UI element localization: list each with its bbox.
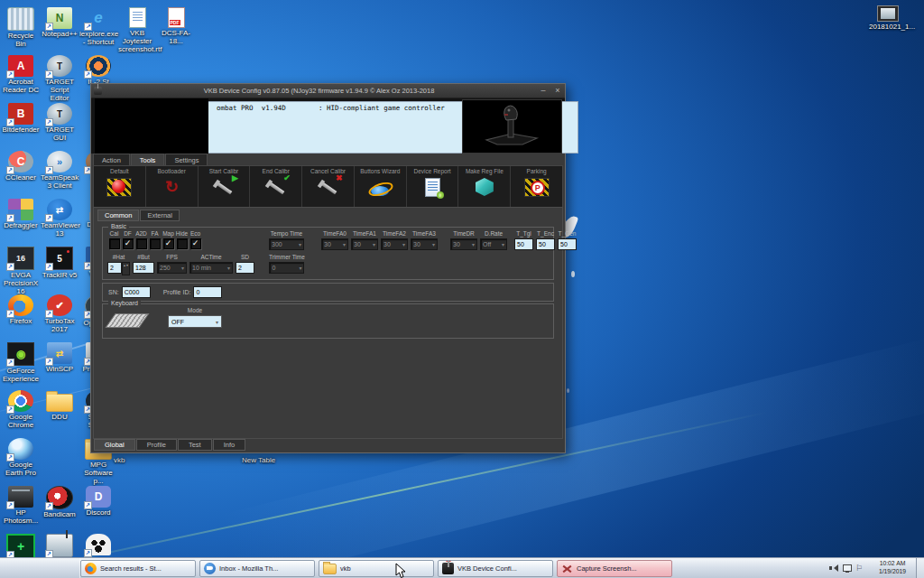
desktop-icon-turbotax-2017[interactable]: ✔↗TurboTax 2017	[41, 294, 79, 333]
desktop-icon-trackir-v5[interactable]: 5↗TrackIR v5	[41, 247, 79, 279]
desktop-icon-label[interactable]: vkb	[114, 456, 125, 464]
checkbox-cal[interactable]	[109, 238, 120, 249]
input-sn[interactable]: C000	[122, 286, 151, 298]
taskbar-button-inbox-mozilla-th[interactable]: Inbox - Mozilla Th...	[199, 560, 315, 577]
window-titlebar[interactable]: VKB Device Config v0.87.05 (NJoy32 firmw…	[91, 84, 565, 98]
desktop-icon-defraggler[interactable]: ↗Defraggler	[2, 199, 40, 229]
taskbar-button-capture-screensh[interactable]: Capture Screensh...	[557, 560, 672, 577]
mouse-cursor	[395, 563, 407, 578]
select-actime[interactable]: 10 min	[189, 262, 233, 274]
desktop-icon-ccleaner[interactable]: C↗CCleaner	[2, 151, 40, 182]
show-desktop-button[interactable]	[916, 558, 924, 578]
desktop-icon-dcs-fa-18[interactable]: DCS-FA-18...	[157, 7, 195, 45]
toolbar-button-buttons-wizard[interactable]: Buttons Wizard	[355, 166, 407, 207]
taskbar-button-vkb-device-confi[interactable]: VKB Device Confi...	[438, 560, 553, 577]
toolbar-button-parking[interactable]: Parking	[511, 166, 562, 207]
shortcut-arrow-icon: ↗	[6, 263, 14, 271]
desktop-icon-il-2-st[interactable]: ↗IL-2 St	[79, 55, 117, 86]
taskbar-button-vkb[interactable]: vkb	[319, 560, 434, 577]
desktop-icon-label[interactable]: New Table	[242, 456, 275, 464]
joystick-image	[481, 103, 544, 150]
desktop-icon-notepad[interactable]: N↗Notepad++	[41, 7, 79, 38]
checkbox-hide[interactable]	[177, 238, 188, 249]
desktop-icon-ic-greenx[interactable]: +↗	[2, 534, 40, 558]
select-timefa1[interactable]: 30	[351, 238, 378, 250]
volume-icon[interactable]	[828, 563, 839, 573]
desktop-icon-evga-precisionx-16[interactable]: 16↗EVGA PrecisionX 16	[2, 247, 40, 296]
input-but[interactable]: 128	[133, 262, 154, 274]
select-tempo-time[interactable]: 300	[269, 238, 304, 250]
input-t-tgl[interactable]: 50	[514, 238, 533, 250]
bottom-tab-global[interactable]: Global	[94, 439, 135, 451]
wallpaper-dot	[571, 271, 575, 277]
toolbar-button-make-reg-file[interactable]: Make Reg File	[458, 166, 511, 207]
tab-tools[interactable]: Tools	[131, 154, 165, 165]
desktop-icon-iexplore-exe-shortcut[interactable]: e↗iexplore.exe - Shortcut	[79, 7, 117, 46]
desktop-icon-bitdefender[interactable]: B↗Bitdefender	[2, 103, 40, 134]
desktop-icon-vkb-joytester-screenshot-rtf[interactable]: VKB Joytester screenshot.rtf	[118, 7, 156, 54]
toolbar-button-bootloader[interactable]: Bootloader↻	[146, 166, 199, 207]
select-trimmer-time[interactable]: 0	[269, 262, 304, 274]
desktop-icon-ic-ghost[interactable]: ↗	[79, 534, 117, 555]
input-t-gen[interactable]: 50	[558, 238, 577, 250]
minimize-button[interactable]: –	[536, 85, 550, 97]
desktop-icon-geforce-experience[interactable]: ◉↗GeForce Experience	[2, 342, 40, 383]
desktop-icon-teamspeak-3-client[interactable]: »↗TeamSpeak 3 Client	[41, 151, 79, 190]
toolbar-button-cancel-calibr[interactable]: Cancel Calibr✖	[302, 166, 355, 207]
select-value: 30	[453, 241, 460, 247]
toolbar-button-end-calibr[interactable]: End Calibr✔	[250, 166, 302, 207]
desktop-icon-hp-photosm[interactable]: ↗HP Photosm...	[2, 486, 40, 525]
checkbox-a2d[interactable]	[136, 238, 147, 249]
select-value: 250	[160, 265, 171, 271]
close-button[interactable]: ×	[550, 85, 565, 97]
desktop-icon-teamviewer-13[interactable]: ⇄↗TeamViewer 13	[41, 199, 79, 238]
checkbox-eco[interactable]: ✓	[190, 238, 201, 249]
tray-clock[interactable]: 10:02 AM 1/19/2019	[872, 560, 913, 576]
select-fps[interactable]: 250	[157, 262, 187, 274]
action-center-flag-icon[interactable]: ⚐	[855, 563, 866, 573]
tab-action[interactable]: Action	[93, 154, 130, 165]
desktop-icon-ic-console[interactable]: ↗	[41, 534, 79, 557]
network-icon[interactable]	[842, 563, 853, 573]
desktop-icon-target-script-editor[interactable]: T↗TARGET Script Editor	[41, 55, 79, 103]
desktop-icon-recycle-bin[interactable]: Recycle Bin	[2, 7, 40, 48]
tab-settings[interactable]: Settings	[165, 154, 208, 165]
desktop-icon-20181021-1[interactable]: 20181021_1...	[869, 5, 907, 31]
toolbar-button-default[interactable]: Default	[94, 166, 146, 207]
bottom-tab-profile[interactable]: Profile	[136, 439, 177, 451]
desktop-icon-acrobat-reader-dc[interactable]: A↗Acrobat Reader DC	[2, 55, 40, 94]
keyboard-mode-select[interactable]: OFF	[168, 315, 222, 328]
desktop-icon-google-chrome[interactable]: ↗Google Chrome	[2, 390, 40, 429]
desktop-icon-firefox[interactable]: ↗Firefox	[2, 294, 40, 325]
spin-value[interactable]: 2	[107, 262, 122, 274]
spin-arrows-icon[interactable]: ▴ ▾	[122, 262, 130, 275]
select-timefa0[interactable]: 30	[321, 238, 348, 250]
select-timedr[interactable]: 30	[450, 238, 477, 250]
desktop-icon-winscp[interactable]: ⇄↗WinSCP	[41, 342, 79, 373]
input-t-enc[interactable]: 50	[536, 238, 555, 250]
bottom-tab-test[interactable]: Test	[178, 439, 212, 451]
bottom-tab-info[interactable]: Info	[213, 439, 246, 451]
checkbox-map[interactable]: ✓	[163, 238, 174, 249]
field-label: T_Enc	[537, 230, 554, 237]
desktop-icon-target-gui[interactable]: T↗TARGET GUI	[41, 103, 79, 142]
select-timefa3[interactable]: 30	[411, 238, 438, 250]
subtab-common[interactable]: Common	[97, 210, 139, 221]
desktop-icon-ddu[interactable]: DDU	[41, 390, 79, 421]
input-sd[interactable]: 2	[236, 262, 254, 274]
shortcut-arrow-icon: ↗	[6, 70, 14, 79]
taskbar-button-search-results-st[interactable]: Search results - St...	[80, 560, 196, 577]
desktop-icon-google-earth-pro[interactable]: ↗Google Earth Pro	[2, 438, 40, 477]
subtab-external[interactable]: External	[140, 210, 180, 221]
select-d-rate[interactable]: Off	[480, 238, 507, 250]
toolbar-button-start-calibr[interactable]: Start Calibr▶	[199, 166, 251, 207]
wizard-icon	[366, 176, 393, 198]
desktop-icon-discord[interactable]: D↗Discord	[79, 486, 117, 517]
checkbox-df[interactable]: ✓	[123, 238, 134, 249]
toolbar-button-device-report[interactable]: Device Report	[407, 166, 459, 207]
input-profile-id[interactable]: 0	[193, 286, 222, 298]
shortcut-arrow-icon: ↗	[45, 358, 53, 366]
desktop-icon-bandicam[interactable]: ↗Bandicam	[41, 486, 79, 518]
checkbox-fa[interactable]	[150, 238, 161, 249]
select-timefa2[interactable]: 30	[381, 238, 408, 250]
